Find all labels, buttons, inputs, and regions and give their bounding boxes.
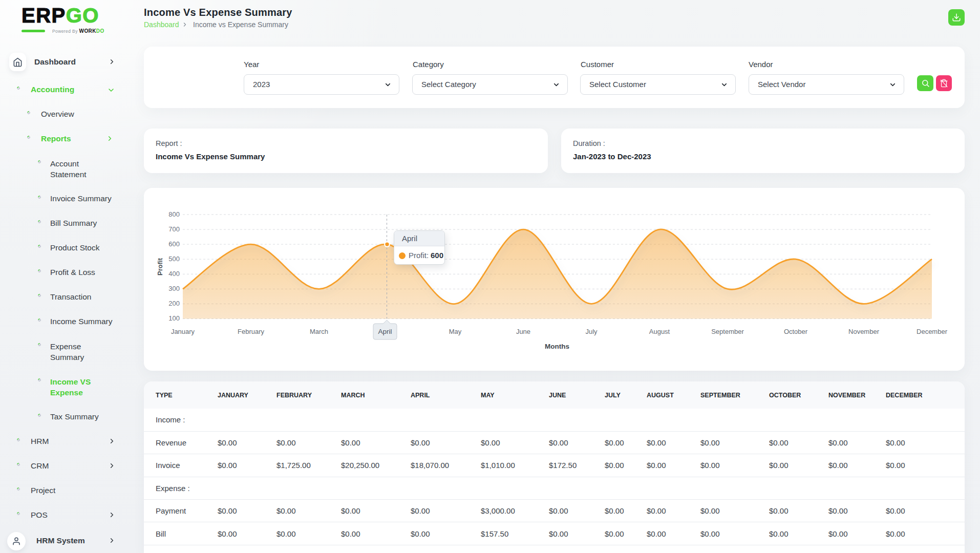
svg-text:September: September bbox=[711, 328, 744, 335]
svg-text:200: 200 bbox=[168, 300, 180, 307]
svg-text:May: May bbox=[449, 328, 462, 335]
svg-text:300: 300 bbox=[168, 285, 180, 292]
svg-text:July: July bbox=[585, 328, 598, 335]
svg-text:March: March bbox=[310, 328, 328, 335]
svg-text:500: 500 bbox=[168, 255, 180, 263]
svg-text:February: February bbox=[238, 328, 265, 335]
svg-text:800: 800 bbox=[168, 210, 180, 218]
svg-text:November: November bbox=[848, 328, 880, 335]
svg-text:600: 600 bbox=[168, 240, 180, 248]
svg-text:700: 700 bbox=[168, 225, 180, 233]
svg-text:June: June bbox=[516, 328, 530, 335]
svg-text:100: 100 bbox=[168, 314, 180, 322]
svg-text:Profit: Profit bbox=[156, 258, 164, 275]
svg-text:October: October bbox=[784, 328, 808, 335]
svg-text:400: 400 bbox=[168, 270, 180, 278]
svg-text:April: April bbox=[378, 328, 392, 335]
svg-text:Months: Months bbox=[545, 343, 569, 350]
svg-text:December: December bbox=[917, 328, 948, 335]
svg-text:August: August bbox=[649, 328, 670, 335]
svg-text:January: January bbox=[171, 328, 195, 335]
